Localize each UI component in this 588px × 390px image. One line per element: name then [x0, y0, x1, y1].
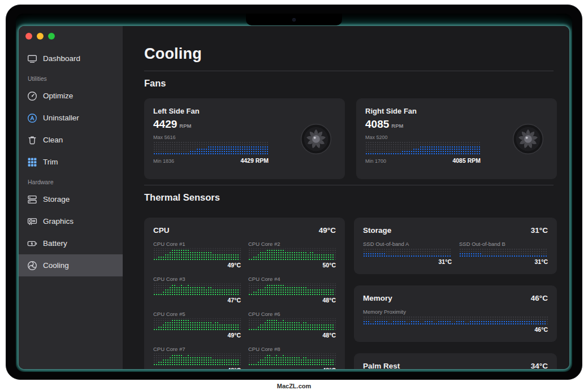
divider	[144, 71, 554, 71]
sidebar-item-clean[interactable]: Clean	[19, 129, 123, 151]
laptop-frame: DashboardUtilitiesOptimizeUninstallerCle…	[6, 5, 582, 380]
camera-dot	[292, 18, 296, 21]
sensor: CPU Core #549°C	[153, 311, 241, 339]
fan-current-label: 4429 RPM	[240, 157, 269, 164]
fan-icon	[512, 123, 544, 155]
thermal-card-title: Palm Rest	[363, 361, 400, 369]
fan-card: Right Side Fan4085RPMMax 5200Min 1700408…	[356, 98, 557, 179]
sensor-name: CPU Core #6	[248, 311, 336, 317]
display-icon	[27, 53, 38, 64]
trash-icon	[27, 135, 38, 146]
sensor-value: 48°C	[248, 332, 336, 339]
sensor-grid: CPU Core #149°CCPU Core #250°CCPU Core #…	[153, 241, 336, 369]
sensor: SSD Out-of-band B31°C	[459, 241, 548, 266]
sensor: CPU Core #347°C	[153, 276, 241, 304]
fan-rpm-unit: RPM	[179, 123, 191, 129]
thermal-grid: CPU49°CCPU Core #149°CCPU Core #250°CCPU…	[144, 218, 554, 369]
grid-icon	[27, 157, 38, 168]
page-title: Cooling	[144, 45, 554, 63]
sensor-name: Memory Proximity	[363, 309, 548, 315]
history-chart	[153, 141, 269, 155]
sidebar-item-storage[interactable]: Storage	[19, 188, 123, 210]
sidebar-item-label: Trim	[43, 158, 58, 166]
sidebar-item-dashboard[interactable]: Dashboard	[19, 47, 123, 70]
divider	[144, 185, 554, 185]
fan-card: Left Side Fan4429RPMMax 5616Min 18364429…	[144, 98, 345, 179]
thermal-card-title: Memory	[363, 293, 392, 303]
fan-min-label: Min 1836	[153, 158, 174, 164]
thermal-card-header: Storage31°C	[363, 226, 548, 235]
sidebar-item-graphics[interactable]: Graphics	[19, 210, 123, 232]
history-chart	[363, 248, 452, 257]
sensor: CPU Core #149°C	[153, 241, 241, 269]
sidebar-section-label: Utilities	[19, 70, 123, 85]
thermal-column-left: CPU49°CCPU Core #149°CCPU Core #250°CCPU…	[144, 218, 345, 369]
fan-rpm-value: 4429	[153, 118, 177, 130]
close-button[interactable]	[25, 33, 32, 40]
sensor-grid: SSD Out-of-band A31°CSSD Out-of-band B31…	[363, 241, 548, 266]
sensor-value: 48°C	[153, 367, 241, 369]
app-window: DashboardUtilitiesOptimizeUninstallerCle…	[18, 25, 570, 370]
sensor-value: 48°C	[248, 297, 336, 304]
sensor: CPU Core #648°C	[248, 311, 336, 339]
battery-icon	[27, 238, 38, 249]
thermal-card-title: CPU	[153, 226, 170, 235]
history-chart	[363, 316, 548, 325]
history-chart	[153, 353, 241, 366]
sensor-name: CPU Core #7	[153, 346, 241, 352]
notch	[246, 14, 342, 25]
sensor-grid: Memory Proximity46°C	[363, 309, 548, 333]
fans-row: Left Side Fan4429RPMMax 5616Min 18364429…	[144, 98, 554, 179]
thermal-card-value: 31°C	[531, 226, 548, 235]
zoom-button[interactable]	[48, 33, 55, 40]
main-content: Cooling Fans Left Side Fan4429RPMMax 561…	[123, 26, 569, 369]
sidebar-item-label: Graphics	[43, 217, 74, 226]
sidebar-item-label: Dashboard	[43, 54, 80, 63]
sidebar-item-uninstaller[interactable]: Uninstaller	[19, 107, 123, 129]
history-chart	[459, 248, 548, 257]
sensor-name: CPU Core #4	[248, 276, 336, 282]
sidebar-item-battery[interactable]: Battery	[19, 232, 123, 254]
thermal-card-header: CPU49°C	[153, 226, 336, 235]
sensor-value: 48°C	[248, 367, 336, 369]
sensor-name: CPU Core #3	[153, 276, 241, 282]
sensor-name: SSD Out-of-band B	[459, 241, 548, 247]
thermal-card-storage: Storage31°CSSD Out-of-band A31°CSSD Out-…	[354, 218, 557, 274]
sensor-name: CPU Core #2	[248, 241, 336, 247]
sensor-value: 50°C	[248, 262, 336, 269]
sidebar: DashboardUtilitiesOptimizeUninstallerCle…	[19, 26, 123, 369]
sensor: SSD Out-of-band A31°C	[363, 241, 452, 266]
history-chart	[365, 141, 481, 155]
thermal-card-value: 46°C	[531, 293, 548, 303]
history-chart	[248, 283, 336, 296]
sidebar-item-trim[interactable]: Trim	[19, 151, 123, 173]
gauge-icon	[27, 90, 38, 102]
sensor-name: SSD Out-of-band A	[363, 241, 452, 247]
fan-icon	[300, 123, 332, 155]
fan-name: Right Side Fan	[365, 107, 548, 115]
sensor-name: CPU Core #1	[153, 241, 241, 247]
sensor: CPU Core #848°C	[248, 346, 336, 369]
fan-icon	[27, 260, 38, 271]
thermal-column-right: Storage31°CSSD Out-of-band A31°CSSD Out-…	[354, 218, 557, 369]
sidebar-item-optimize[interactable]: Optimize	[19, 85, 123, 107]
sensor: CPU Core #448°C	[248, 276, 336, 304]
fan-rpm-unit: RPM	[391, 123, 403, 129]
thermal-card-title: Storage	[363, 226, 391, 235]
sidebar-item-label: Optimize	[43, 92, 73, 100]
server-icon	[27, 194, 38, 205]
history-chart	[248, 353, 336, 366]
fans-heading: Fans	[144, 78, 554, 89]
minimize-button[interactable]	[37, 33, 44, 40]
sidebar-nav: DashboardUtilitiesOptimizeUninstallerCle…	[19, 47, 123, 276]
sensor: CPU Core #250°C	[248, 241, 336, 269]
fan-minrow: Min 18364429 RPM	[153, 157, 269, 164]
sensor: CPU Core #748°C	[153, 346, 241, 369]
sidebar-item-cooling[interactable]: Cooling	[19, 254, 123, 276]
sensor-value: 49°C	[153, 262, 241, 269]
thermal-card-value: 49°C	[319, 226, 336, 235]
sensor-name: CPU Core #5	[153, 311, 241, 317]
fan-current-label: 4085 RPM	[452, 157, 481, 164]
sidebar-item-label: Storage	[43, 195, 70, 203]
thermal-heading: Thermal Sensors	[144, 192, 554, 203]
